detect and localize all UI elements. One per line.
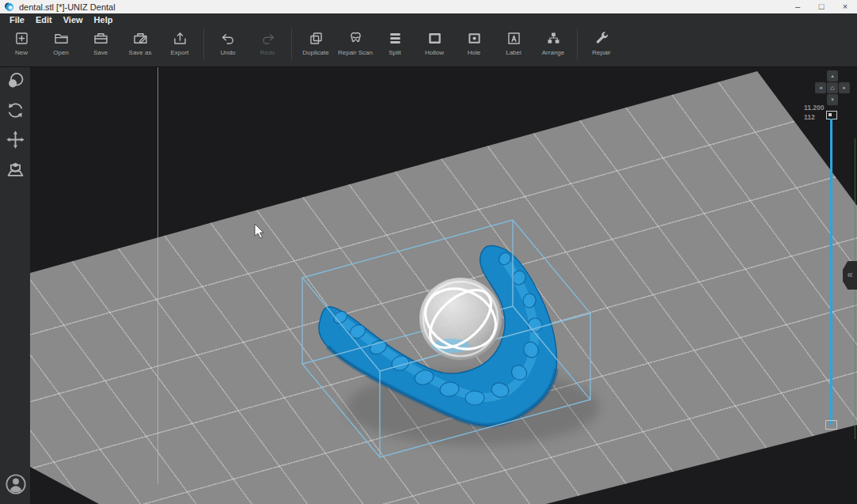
toolbar-separator — [577, 28, 578, 60]
menu-help[interactable]: Help — [89, 15, 119, 25]
slider-bottom-handle[interactable] — [825, 420, 837, 430]
user-icon — [5, 473, 27, 495]
slider-value-height: 11.200 — [804, 104, 826, 112]
app-window: dental.stl [*]-UNIZ Dental – □ × File Ed… — [0, 0, 857, 504]
lay-flat-icon — [5, 158, 26, 180]
save-as-button[interactable]: Save as — [120, 26, 160, 56]
save-as-icon — [132, 30, 149, 47]
repair-button[interactable]: Repair — [582, 26, 621, 56]
view-nav-cross: ▴ ◂ ⌂ ▸ ▾ — [815, 70, 851, 106]
menubar: File Edit View Help — [0, 13, 857, 26]
move-tool[interactable] — [5, 129, 26, 150]
menu-edit[interactable]: Edit — [30, 15, 58, 25]
menu-file[interactable]: File — [4, 15, 30, 25]
undo-icon — [220, 30, 237, 47]
export-icon — [172, 30, 188, 47]
rotate-icon — [5, 100, 26, 121]
orbit-tool[interactable] — [5, 70, 26, 92]
window-title: dental.stl [*]-UNIZ Dental — [19, 2, 786, 12]
nav-home-button[interactable]: ⌂ — [827, 82, 838, 93]
orbit-icon — [5, 70, 26, 92]
nav-down-button[interactable]: ▾ — [827, 94, 838, 105]
view-tool-strip — [0, 67, 30, 504]
slider-knob — [829, 113, 832, 116]
app-logo-icon — [5, 2, 14, 12]
nav-up-button[interactable]: ▴ — [827, 70, 838, 81]
move-icon — [5, 129, 26, 150]
export-button[interactable]: Export — [160, 26, 199, 56]
duplicate-icon — [308, 30, 324, 47]
arrange-button[interactable]: Arrange — [533, 26, 573, 56]
duplicate-button[interactable]: Duplicate — [296, 26, 336, 56]
nav-right-button[interactable]: ▸ — [839, 82, 850, 93]
label-icon — [506, 30, 522, 47]
chevrons-left-icon: « — [847, 268, 852, 280]
hole-button[interactable]: Hole — [454, 26, 494, 56]
split-icon — [387, 30, 404, 47]
account-button[interactable] — [5, 473, 27, 495]
slider-track[interactable] — [830, 119, 832, 425]
undo-button[interactable]: Undo — [208, 26, 248, 56]
rotate-tool[interactable] — [5, 100, 26, 121]
rotate-gizmo-sphere[interactable] — [415, 278, 506, 360]
tooth-icon — [347, 30, 364, 47]
viewport[interactable]: ▴ ◂ ⌂ ▸ ▾ 11.200 112 « — [0, 67, 857, 504]
wrench-icon — [593, 30, 610, 47]
new-button[interactable]: New — [2, 26, 41, 56]
maximize-button[interactable]: □ — [810, 0, 833, 13]
open-icon — [53, 30, 70, 47]
hole-icon — [466, 30, 483, 47]
save-button[interactable]: Save — [81, 26, 120, 56]
nav-left-button[interactable]: ◂ — [815, 82, 826, 93]
slider-value-layer: 112 — [804, 113, 826, 121]
label-button[interactable]: Label — [494, 26, 533, 56]
new-icon — [13, 30, 30, 47]
toolbar-separator — [203, 28, 204, 60]
redo-button: Redo — [248, 26, 287, 56]
open-button[interactable]: Open — [41, 26, 81, 56]
minimize-button[interactable]: – — [786, 0, 810, 13]
arrange-icon — [545, 30, 562, 47]
close-button[interactable]: × — [833, 0, 857, 13]
toolbar: New Open Save Save as Export — [0, 26, 857, 67]
scene-canvas[interactable] — [30, 67, 857, 504]
redo-icon — [260, 30, 276, 47]
toolbar-separator — [291, 28, 292, 60]
split-button[interactable]: Split — [375, 26, 415, 56]
lay-flat-tool[interactable] — [5, 158, 26, 180]
hollow-button[interactable]: Hollow — [415, 26, 454, 56]
mouse-cursor — [255, 224, 264, 238]
titlebar: dental.stl [*]-UNIZ Dental – □ × — [0, 0, 857, 13]
hollow-icon — [427, 30, 443, 47]
save-icon — [93, 30, 109, 47]
repair-scan-button[interactable]: Repair Scan — [336, 26, 375, 56]
menu-view[interactable]: View — [58, 15, 89, 25]
